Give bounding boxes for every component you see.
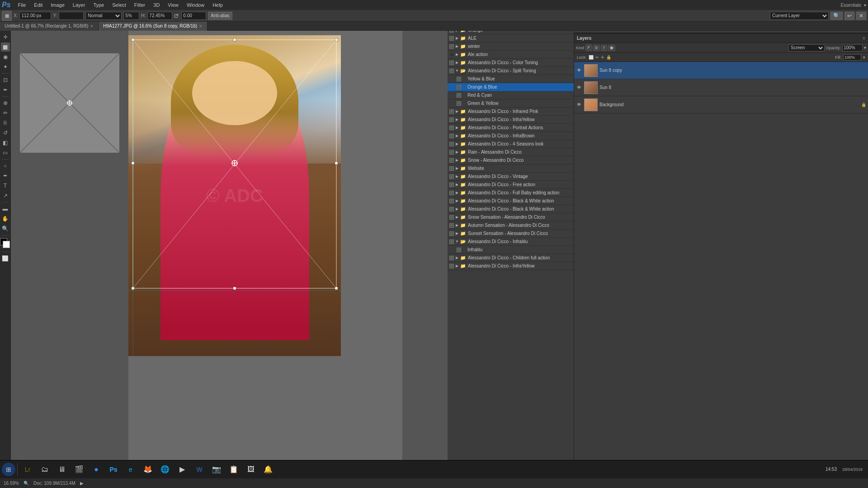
menu-file[interactable]: File <box>14 1 30 9</box>
action-free-expand[interactable]: ▶ <box>455 183 459 187</box>
action-infrablu[interactable]: ✓ ▼ 📂 Alessandro Di Cicco - Infrablu <box>448 238 574 246</box>
action-ale-action-expand[interactable]: ▶ <box>455 53 459 56</box>
menu-filter[interactable]: Filter <box>131 1 149 9</box>
action-green-yellow-expand[interactable] <box>462 102 466 105</box>
action-ale-check[interactable]: ✓ <box>449 36 454 41</box>
taskbar-ie2[interactable]: e <box>123 462 139 477</box>
pen-tool[interactable]: ✒ <box>1 171 10 180</box>
action-4seasons-check[interactable]: ✓ <box>449 142 454 146</box>
brush-tool[interactable]: ✏ <box>1 108 10 117</box>
taskbar-word[interactable]: W <box>191 462 208 477</box>
path-select-tool[interactable]: ↗ <box>1 191 10 200</box>
action-website-expand[interactable]: ▶ <box>455 167 459 170</box>
action-yellow-blue-expand[interactable] <box>462 77 466 81</box>
action-infrabrown-expand[interactable]: ▶ <box>455 134 459 138</box>
tab-untitled-close[interactable]: ✕ <box>90 24 94 28</box>
lock-move-icon[interactable]: ✛ <box>601 55 604 60</box>
action-infrayellow2[interactable]: ✓ ▶ 📁 Alessandro Di Cicco - InfraYellow <box>448 262 574 270</box>
action-snow[interactable]: ✓ ▶ 📁 Snow - Alessandro Di Cicco <box>448 156 574 164</box>
taskbar-lightroom[interactable]: Lr <box>19 462 36 477</box>
action-vintage-check[interactable]: ✓ <box>449 174 454 179</box>
dodge-tool[interactable]: ○ <box>1 161 10 170</box>
action-split-toning-expand[interactable]: ▼ <box>455 69 459 73</box>
menu-edit[interactable]: Edit <box>30 1 46 9</box>
action-infrablu-sub[interactable]: ✓ Infrablu <box>448 246 574 254</box>
action-infrayellow2-expand[interactable]: ▶ <box>455 264 459 268</box>
y-input[interactable] <box>59 12 84 20</box>
layer-background-vis[interactable]: 👁 <box>576 102 582 108</box>
taskbar-chrome2[interactable]: 🌐 <box>157 462 173 477</box>
workspace-arrow[interactable]: ▾ <box>864 3 866 8</box>
taskbar-pics2[interactable]: 🔔 <box>260 462 276 477</box>
history-brush-tool[interactable]: ↺ <box>1 128 10 137</box>
layers-menu-btn[interactable]: ≡ <box>863 36 865 41</box>
action-bw2-check[interactable]: ✓ <box>449 207 454 211</box>
action-ale-expand[interactable]: ▶ <box>455 37 459 40</box>
action-red-cyan[interactable]: ✓ Red & Cyan <box>448 91 574 99</box>
action-split-toning[interactable]: ✓ ▼ 📂 Alessandro Di Cicco - Split Toning <box>448 67 574 75</box>
action-infrabrown[interactable]: ✓ ▶ 📁 Alessandro Di Cicco - InfraBrown <box>448 132 574 140</box>
action-children-check[interactable]: ✓ <box>449 256 454 260</box>
type-tool[interactable]: T <box>1 181 10 190</box>
eraser-tool[interactable]: ◧ <box>1 138 10 147</box>
layer-select[interactable]: Current Layer <box>770 12 829 20</box>
action-infrayellow2-check[interactable]: ✓ <box>449 264 454 268</box>
action-bw2-expand[interactable]: ▶ <box>455 207 459 211</box>
action-color-toning-expand[interactable]: ▶ <box>455 61 459 65</box>
action-snow-check[interactable]: ✓ <box>449 158 454 163</box>
action-color-toning-check[interactable]: ✓ <box>449 61 454 65</box>
menu-layer[interactable]: Layer <box>69 1 89 9</box>
action-portrait-check[interactable]: ✓ <box>449 126 454 130</box>
action-orange-blue-check[interactable]: ✓ <box>457 85 461 89</box>
action-bw1[interactable]: ✓ ▶ 📁 Alessandro Di Cicco - Black & Whit… <box>448 197 574 205</box>
action-infrared-pink-check[interactable]: ✓ <box>449 109 454 114</box>
action-autumn[interactable]: ✓ ▶ 📁 Autumn Sensation - Alessandro Di C… <box>448 221 574 230</box>
action-infrayellow-expand[interactable]: ▶ <box>455 118 459 122</box>
action-winter-check[interactable]: ✓ <box>449 44 454 49</box>
menu-image[interactable]: Image <box>47 1 68 9</box>
action-ale-action[interactable]: ▶ 📁 Ale action <box>448 51 574 59</box>
angle-input[interactable] <box>181 12 206 20</box>
layer-sun8-copy[interactable]: 👁 Sun 8 copy <box>574 62 868 79</box>
action-portrait[interactable]: ✓ ▶ 📁 Alessandro Di Cicco - Portrait Act… <box>448 124 574 132</box>
action-ale[interactable]: ✓ ▶ 📁 ALE <box>448 34 574 42</box>
h-input[interactable] <box>147 12 172 20</box>
tab-untitled[interactable]: Untitled-1 @ 66,7% (Rectangle 1, RGB/8) … <box>0 22 99 31</box>
menu-type[interactable]: Type <box>90 1 108 9</box>
action-orange-blue-expand[interactable] <box>462 85 466 89</box>
layer-filter-pixel[interactable]: 𝑷 <box>585 44 592 51</box>
action-rain-expand[interactable]: ▶ <box>455 150 459 154</box>
lock-all-icon[interactable]: 🔒 <box>606 55 611 60</box>
marquee-tool[interactable]: ▦ <box>1 42 10 52</box>
action-autumn-check[interactable]: ✓ <box>449 223 454 228</box>
action-children-expand[interactable]: ▶ <box>455 256 459 260</box>
lock-brush-icon[interactable]: ✏ <box>595 55 599 60</box>
anti-alias-btn[interactable]: Anti-alias <box>208 12 232 20</box>
action-infrayellow[interactable]: ✓ ▶ 📁 Alessandro Di Cicco - InfraYellow <box>448 116 574 124</box>
shape-tool[interactable]: ▬ <box>1 204 10 213</box>
spot-heal-tool[interactable]: ⊕ <box>1 99 10 108</box>
taskbar-photoshop[interactable]: Ps <box>105 462 122 477</box>
layer-sun8-vis[interactable]: 👁 <box>576 84 582 91</box>
action-red-cyan-check[interactable]: ✓ <box>457 93 461 98</box>
menu-view[interactable]: View <box>164 1 182 9</box>
layer-sun8-copy-vis[interactable]: 👁 <box>576 67 582 74</box>
layer-background[interactable]: 👁 Background 🔒 <box>574 96 868 113</box>
screen-mode-btn[interactable]: ⬜ <box>1 254 10 263</box>
action-split-toning-check[interactable]: ✓ <box>449 69 454 73</box>
action-sunset-expand[interactable]: ▶ <box>455 232 459 235</box>
fill-input[interactable] <box>843 54 861 61</box>
crop-tool[interactable]: ⊡ <box>1 75 10 84</box>
taskbar-pics[interactable]: 🖼 <box>243 462 259 477</box>
action-website[interactable]: ✓ ▶ 📁 Website <box>448 164 574 173</box>
arrow-btn[interactable]: ▶ <box>80 481 84 486</box>
taskbar-chrome[interactable]: ● <box>88 462 104 477</box>
layer-filter-adjustment[interactable]: ⚙ <box>593 45 600 51</box>
taskbar-greenshot[interactable]: 📷 <box>208 462 225 477</box>
action-yellow-blue-check[interactable]: ✓ <box>457 77 461 81</box>
clone-tool[interactable]: ⎘ <box>1 118 10 127</box>
action-ale-action-check[interactable] <box>449 52 454 57</box>
action-infrablu-sub-expand[interactable] <box>462 248 466 252</box>
action-4seasons-expand[interactable]: ▶ <box>455 142 459 146</box>
color-picker[interactable] <box>0 237 12 250</box>
